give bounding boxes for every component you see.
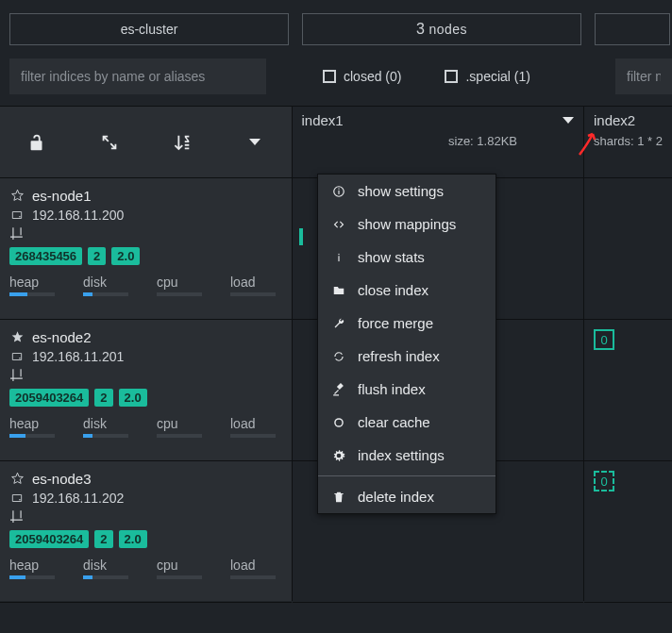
star-icon [9,189,25,203]
closed-label: closed (0) [344,69,401,84]
node-name: es-node3 [32,471,92,487]
closed-checkbox[interactable]: closed (0) [323,69,401,84]
crop-icon [9,368,25,381]
filter-indices-input[interactable] [9,58,266,94]
wrench-icon [331,317,346,330]
menu-index-settings[interactable]: index settings [318,439,496,472]
chip: 2059403264 [9,389,89,407]
metric-label: cpu [157,275,202,290]
crop-icon [9,226,25,240]
shard-cell: 0 [584,461,672,603]
circle-icon [331,416,346,429]
code-icon [331,218,346,231]
metric-label: load [230,275,276,290]
metric-label: heap [9,416,55,431]
index-name: index2 [594,112,635,128]
disk-icon [9,491,25,505]
node-ip: 192.168.11.200 [32,208,124,223]
checkbox-icon [323,70,336,83]
shard-cell [584,178,672,320]
shard-badge-replica[interactable]: 0 [594,471,614,491]
expand-icon[interactable] [99,132,120,153]
header-tabs: es-cluster 3 nodes [0,0,672,53]
index-header[interactable]: index1 size: 1.82KB [293,107,584,178]
menu-flush-index[interactable]: flush index [318,373,496,406]
menu-label: flush index [358,381,426,397]
checkbox-icon [445,70,458,83]
index-context-menu: show settings show mappings show stats c… [317,174,496,514]
menu-label: show mappings [358,216,456,232]
metrics: heap disk cpu load [9,275,282,296]
menu-close-index[interactable]: close index [318,274,496,307]
crop-icon [9,509,25,523]
tab-cluster-label: es-cluster [121,22,178,37]
menu-label: show stats [358,249,425,265]
svg-rect-6 [338,256,339,261]
node-ip: 192.168.11.201 [32,349,124,364]
info-icon [331,185,346,198]
sort-az-icon[interactable] [172,132,193,153]
nodes-count: 3 [416,21,425,38]
menu-label: delete index [358,489,434,505]
node-name: es-node2 [32,329,92,345]
metric-label: load [230,416,276,431]
chip: 268435456 [9,247,82,265]
nodes-column: es-node1 192.168.11.200 268435456 2 2.0 … [0,107,293,601]
metric-label: cpu [157,558,202,573]
index-column-2: index2 shards: 1 * 2 0 0 [584,107,672,601]
special-checkbox[interactable]: .special (1) [445,69,529,84]
node-chips: 268435456 2 2.0 [9,247,282,265]
menu-delete-index[interactable]: delete index [318,480,496,513]
menu-show-settings[interactable]: show settings [318,175,496,208]
menu-refresh-index[interactable]: refresh index [318,340,496,373]
svg-rect-4 [338,190,339,193]
menu-label: close index [358,282,428,298]
chip: 2059403264 [9,530,89,548]
node-chips: 2059403264 2 2.0 [9,530,282,548]
index-size: size: 1.82KB [302,134,575,148]
svg-rect-7 [338,253,339,254]
metrics: heap disk cpu load [9,558,282,579]
metrics: heap disk cpu load [9,416,282,438]
filter-row: closed (0) .special (1) [0,53,672,106]
nodes-label: nodes [428,22,467,37]
caret-down-icon[interactable] [244,132,265,153]
svg-rect-5 [338,188,339,189]
tab-extra[interactable] [595,13,670,45]
svg-point-8 [335,418,343,425]
disk-icon [9,350,25,363]
special-label: .special (1) [465,69,529,84]
filter-nodes-input[interactable] [615,58,672,94]
menu-show-mappings[interactable]: show mappings [318,208,496,241]
disk-icon [9,208,25,222]
metric-label: disk [83,275,128,290]
metric-label: heap [9,275,55,290]
menu-clear-cache[interactable]: clear cache [318,406,496,439]
node-block: es-node1 192.168.11.200 268435456 2 2.0 … [0,178,292,320]
svg-point-0 [19,216,21,218]
tab-cluster[interactable]: es-cluster [9,13,289,45]
svg-point-2 [19,499,21,501]
chip: 2.0 [111,247,140,265]
refresh-icon [331,350,346,363]
node-ip: 192.168.11.202 [32,491,124,506]
shard-badge[interactable]: 0 [594,329,614,350]
metric-label: heap [9,558,55,573]
gavel-icon [331,383,346,396]
menu-force-merge[interactable]: force merge [318,307,496,340]
nodes-toolbar [0,107,292,178]
metric-label: load [230,558,276,573]
gear-icon [331,449,346,462]
annotation-arrow-icon [576,128,604,157]
svg-point-1 [19,358,21,359]
chip: 2.0 [119,389,147,407]
chip: 2.0 [119,530,147,548]
star-icon [9,472,25,486]
tab-nodes[interactable]: 3 nodes [302,13,581,45]
menu-show-stats[interactable]: show stats [318,241,496,274]
folder-icon [331,284,346,297]
unlock-icon[interactable] [26,132,47,153]
metric-label: disk [83,558,128,573]
trash-icon [331,491,346,504]
caret-down-icon[interactable] [563,117,574,124]
